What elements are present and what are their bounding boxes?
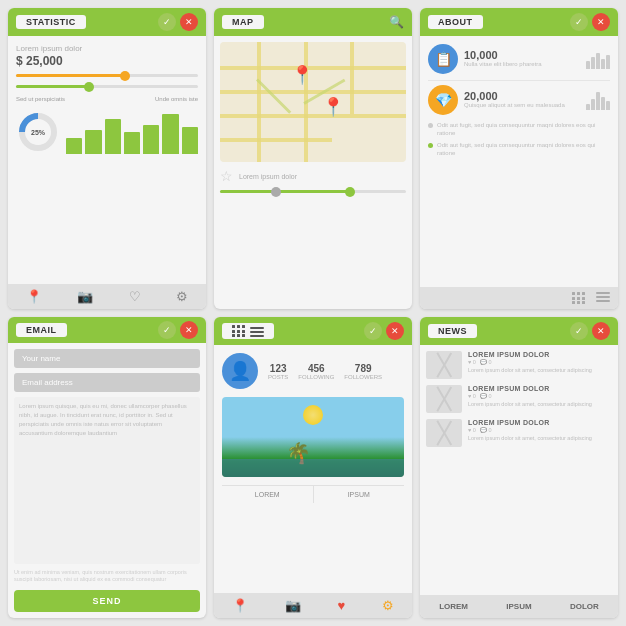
profile-btn-ipsum[interactable]: IPSUM (314, 486, 405, 503)
about-item-1: 📋 10,000 Nulla vitae elit libero pharetr… (428, 44, 610, 74)
news-widget: NEWS ✓ ✕ LOREM IPSUM DOLOR ♥ 0 💬 0 Lorem… (420, 317, 618, 618)
posts-count: 123 (268, 363, 288, 374)
news-thumb-3 (426, 419, 462, 447)
email-check-icon[interactable]: ✓ (158, 321, 176, 339)
about-text-2: 20,000 Quisque aliquot at sem eu malesua… (464, 90, 580, 110)
profile-photo: 🌴 (222, 397, 404, 477)
profile-top: 👤 123 POSTS 456 FOLLOWING 789 FOLLOWERS (222, 353, 404, 389)
profile-settings-icon[interactable]: ⚙ (382, 598, 394, 613)
about-item-2: 💎 20,000 Quisque aliquot at sem eu males… (428, 85, 610, 115)
bullet-dot-2 (428, 143, 433, 148)
email-header-icons: ✓ ✕ (158, 321, 198, 339)
profile-body: 👤 123 POSTS 456 FOLLOWING 789 FOLLOWERS … (214, 345, 412, 593)
news-footer-btn-1[interactable]: LOREM (431, 600, 476, 613)
mini-bars-1 (586, 49, 610, 69)
stat-labels: Sed ut perspiciatis Unde omnis iste (16, 96, 198, 104)
news-meta-heart-1: ♥ 0 (468, 359, 476, 365)
following-label: FOLLOWING (298, 374, 334, 380)
news-thumb-1 (426, 351, 462, 379)
about-text-1: 10,000 Nulla vitae elit libero pharetra (464, 49, 580, 69)
about-bullet-2: Odit aut fugit, sed quia consequuntur ma… (428, 141, 610, 158)
profile-location-icon[interactable]: 📍 (232, 598, 248, 613)
about-bullet-1: Odit aut fugit, sed quia consequuntur ma… (428, 121, 610, 138)
news-item-1: LOREM IPSUM DOLOR ♥ 0 💬 0 Lorem ipsum do… (426, 351, 612, 379)
location-icon[interactable]: 📍 (26, 289, 42, 304)
map-bottom: ☆ Lorem ipsum dolor (220, 168, 406, 184)
profile-stat-posts: 123 POSTS (268, 363, 288, 380)
map-star-icon[interactable]: ☆ (220, 168, 233, 184)
name-input[interactable]: Your name (14, 349, 200, 368)
profile-heart-icon[interactable]: ♥ (337, 598, 345, 613)
about-header: ABOUT ✓ ✕ (420, 8, 618, 36)
heart-icon[interactable]: ♡ (129, 289, 141, 304)
profile-check-icon[interactable]: ✓ (364, 322, 382, 340)
news-header: NEWS ✓ ✕ (420, 317, 618, 345)
news-meta-heart-3: ♥ 0 (468, 427, 476, 433)
news-content-1: LOREM IPSUM DOLOR ♥ 0 💬 0 Lorem ipsum do… (468, 351, 612, 375)
profile-camera-icon[interactable]: 📷 (285, 598, 301, 613)
news-title-3: LOREM IPSUM DOLOR (468, 419, 612, 426)
news-meta-comment-2: 💬 0 (480, 393, 492, 399)
map-area[interactable]: 📍 📍 (220, 42, 406, 162)
bar-3 (105, 119, 121, 154)
news-close-icon[interactable]: ✕ (592, 322, 610, 340)
map-body: 📍 📍 ☆ Lorem ipsum dolor (214, 36, 412, 309)
news-meta-1: ♥ 0 💬 0 (468, 359, 612, 365)
email-close-icon[interactable]: ✕ (180, 321, 198, 339)
statistic-header: STATISTIC ✓ ✕ (8, 8, 206, 36)
water-decoration (222, 459, 404, 477)
statistic-close-icon[interactable]: ✕ (180, 13, 198, 31)
news-item-3: LOREM IPSUM DOLOR ♥ 0 💬 0 Lorem ipsum do… (426, 419, 612, 447)
bullet-text-1: Odit aut fugit, sed quia consequuntur ma… (437, 121, 610, 138)
stat-label-1: Sed ut perspiciatis (16, 96, 65, 104)
map-title: MAP (222, 15, 264, 29)
message-textarea[interactable]: Lorem ipsum quisque, quis eu mi, donec u… (14, 397, 200, 563)
sun-decoration (303, 405, 323, 425)
followers-label: FOLLOWERS (344, 374, 382, 380)
about-body: 📋 10,000 Nulla vitae elit libero pharetr… (420, 36, 618, 287)
map-pin-blue: 📍 (322, 96, 344, 118)
about-close-icon[interactable]: ✕ (592, 13, 610, 31)
settings-icon[interactable]: ⚙ (176, 289, 188, 304)
avatar: 👤 (222, 353, 258, 389)
bullet-text-2: Odit aut fugit, sed quia consequuntur ma… (437, 141, 610, 158)
news-meta-comment-3: 💬 0 (480, 427, 492, 433)
camera-icon[interactable]: 📷 (77, 289, 93, 304)
slider-green[interactable] (16, 85, 198, 88)
list-view-icon[interactable] (596, 292, 610, 304)
map-search-icon[interactable]: 🔍 (389, 15, 404, 29)
grid-view-icon[interactable] (572, 292, 586, 304)
news-footer-btn-3[interactable]: DOLOR (562, 600, 607, 613)
profile-grid-icon[interactable] (232, 325, 246, 337)
profile-title (222, 323, 274, 339)
email-widget: EMAIL ✓ ✕ Your name Email address Lorem … (8, 317, 206, 618)
map-slider[interactable] (220, 190, 406, 193)
news-footer-btn-2[interactable]: IPSUM (498, 600, 539, 613)
news-meta-comment-1: 💬 0 (480, 359, 492, 365)
email-input[interactable]: Email address (14, 373, 200, 392)
about-tiny-1: Nulla vitae elit libero pharetra (464, 61, 580, 69)
email-title: EMAIL (16, 323, 67, 337)
profile-btn-lorem[interactable]: LOREM (222, 486, 314, 503)
profile-close-icon[interactable]: ✕ (386, 322, 404, 340)
followers-count: 789 (344, 363, 382, 374)
about-tiny-2: Quisque aliquot at sem eu malesuada (464, 102, 580, 110)
news-meta-2: ♥ 0 💬 0 (468, 393, 612, 399)
about-check-icon[interactable]: ✓ (570, 13, 588, 31)
stat-lorem: Lorem ipsum dolor (16, 44, 198, 53)
news-title: NEWS (428, 324, 477, 338)
send-button[interactable]: SEND (14, 590, 200, 612)
statistic-check-icon[interactable]: ✓ (158, 13, 176, 31)
map-pin-orange: 📍 (291, 64, 313, 86)
email-tiny: Ut enim ad minima veniam, quis nostrum e… (14, 569, 200, 584)
map-header-icons: 🔍 (389, 15, 404, 29)
stat-bottom: 25% (16, 110, 198, 154)
news-item-2: LOREM IPSUM DOLOR ♥ 0 💬 0 Lorem ipsum do… (426, 385, 612, 413)
profile-list-icon[interactable] (250, 327, 264, 337)
news-check-icon[interactable]: ✓ (570, 322, 588, 340)
following-count: 456 (298, 363, 334, 374)
profile-footer: 📍 📷 ♥ ⚙ (214, 593, 412, 618)
slider-orange[interactable] (16, 74, 198, 77)
about-divider (428, 80, 610, 81)
bar-6 (162, 114, 178, 154)
